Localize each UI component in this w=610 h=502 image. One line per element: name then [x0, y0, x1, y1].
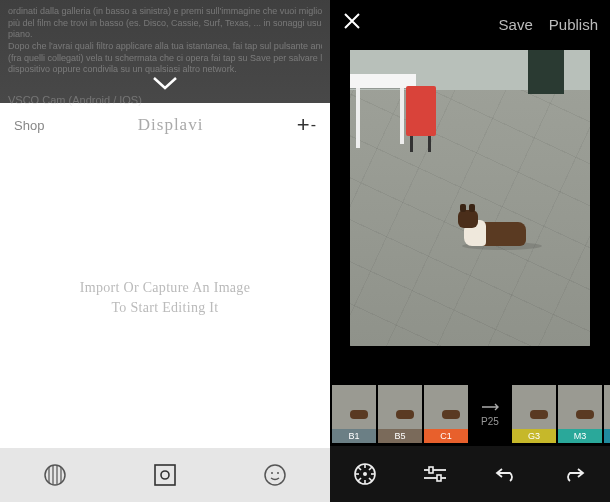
publish-button[interactable]: Publish [549, 16, 598, 33]
empty-hint-line: Import Or Capture An Image [80, 280, 250, 296]
svg-line-14 [369, 467, 372, 470]
filter-category-separator[interactable]: P25 [470, 385, 510, 443]
svg-line-15 [358, 478, 361, 481]
library-header: Shop Displavi +- [0, 103, 330, 147]
empty-state: Import Or Capture An Image To Start Edit… [0, 147, 330, 448]
filter-thumb[interactable]: C1 [424, 385, 468, 443]
chevron-down-icon[interactable] [152, 72, 178, 98]
filter-label: M5 [604, 429, 610, 443]
bg-text: piano. [8, 29, 322, 41]
svg-point-3 [265, 465, 285, 485]
camera-icon[interactable] [150, 460, 180, 490]
presets-icon[interactable] [348, 457, 382, 491]
svg-point-5 [277, 472, 279, 474]
filter-thumb[interactable]: G3 [512, 385, 556, 443]
bg-text: Dopo che l'avrai quali filtro applicare … [8, 41, 322, 53]
header-title[interactable]: Displavi [138, 115, 204, 135]
bg-text: più del film che trovi in basso (es. Dis… [8, 18, 322, 30]
left-panel: ordinati dalla galleria (in basso a sini… [0, 0, 330, 502]
svg-point-7 [363, 472, 367, 476]
empty-hint-line: To Start Editing It [112, 300, 219, 316]
filter-label: B1 [332, 429, 376, 443]
svg-line-13 [369, 478, 372, 481]
add-image-button[interactable]: +- [297, 112, 316, 138]
bg-text: (fra quelli collegati) vela tu schermata… [8, 53, 322, 65]
svg-rect-19 [437, 475, 441, 481]
undo-icon[interactable] [488, 457, 522, 491]
redo-icon[interactable] [558, 457, 592, 491]
svg-line-12 [358, 467, 361, 470]
profile-icon[interactable] [260, 460, 290, 490]
plus-icon: + [297, 112, 310, 138]
filter-thumb[interactable]: B5 [378, 385, 422, 443]
svg-point-2 [161, 471, 169, 479]
editor-bottom-bar [330, 446, 610, 502]
separator-label: P25 [481, 416, 499, 427]
library-icon[interactable] [40, 460, 70, 490]
save-button[interactable]: Save [499, 16, 533, 33]
right-panel: Save Publish B1 B5 [330, 0, 610, 502]
photo-preview[interactable] [350, 50, 590, 346]
filter-thumb[interactable]: M5 [604, 385, 610, 443]
dog-subject [462, 200, 540, 246]
close-button[interactable] [342, 11, 362, 37]
svg-rect-1 [155, 465, 175, 485]
filter-label: B5 [378, 429, 422, 443]
svg-point-4 [271, 472, 273, 474]
filter-label: G3 [512, 429, 556, 443]
shop-link[interactable]: Shop [14, 118, 44, 133]
filter-strip[interactable]: B1 B5 C1 P25 G3 M3 M5 [330, 382, 610, 446]
filter-label: C1 [424, 429, 468, 443]
minus-icon: - [311, 116, 316, 134]
article-backdrop: ordinati dalla galleria (in basso a sini… [0, 0, 330, 103]
bottom-nav-left [0, 448, 330, 502]
svg-point-0 [45, 465, 65, 485]
bg-text: ordinati dalla galleria (in basso a sini… [8, 6, 322, 18]
photo-preview-area [330, 48, 610, 382]
svg-rect-17 [429, 467, 433, 473]
filter-thumb[interactable]: B1 [332, 385, 376, 443]
tools-icon[interactable] [418, 457, 452, 491]
filter-thumb[interactable]: M3 [558, 385, 602, 443]
editor-header: Save Publish [330, 0, 610, 48]
filter-label: M3 [558, 429, 602, 443]
header-actions: Save Publish [499, 16, 598, 33]
